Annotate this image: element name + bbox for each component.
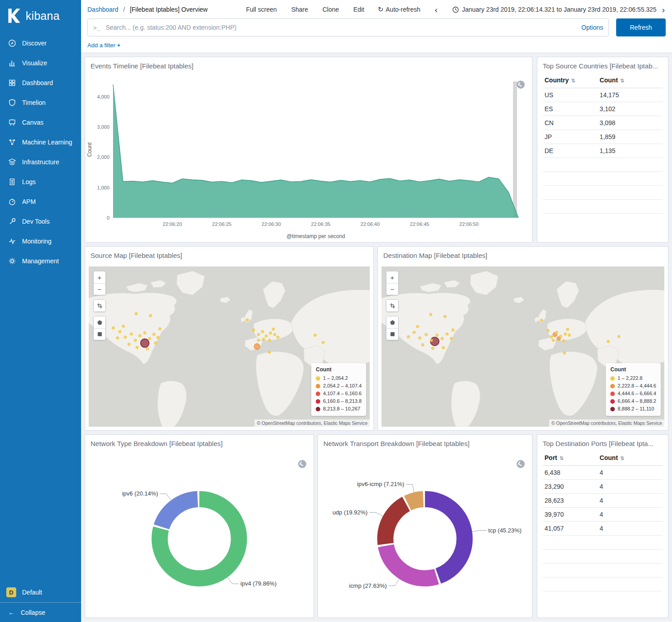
auto-refresh-button[interactable]: Auto-refresh bbox=[378, 5, 421, 14]
menu-item-edit[interactable]: Edit bbox=[354, 6, 364, 13]
time-range-picker[interactable]: January 23rd 2019, 22:06:14.321 to Janua… bbox=[452, 6, 657, 13]
map-point[interactable] bbox=[144, 332, 146, 334]
map-point[interactable] bbox=[413, 331, 415, 334]
map-point[interactable] bbox=[422, 344, 424, 346]
map-point[interactable] bbox=[567, 328, 569, 330]
map-point[interactable] bbox=[444, 316, 446, 318]
sidebar-item-apm[interactable]: APM bbox=[0, 192, 81, 212]
map-point[interactable] bbox=[135, 312, 137, 315]
map-point[interactable] bbox=[149, 338, 151, 340]
menu-item-full-screen[interactable]: Full screen bbox=[246, 6, 277, 13]
map-point[interactable] bbox=[146, 348, 149, 350]
draw-polygon-button[interactable] bbox=[386, 316, 398, 328]
sidebar-item-timelion[interactable]: Timelion bbox=[0, 93, 81, 113]
time-back-button[interactable] bbox=[434, 5, 438, 14]
map-point[interactable] bbox=[431, 347, 434, 349]
collapse-button[interactable]: Collapse bbox=[0, 602, 81, 622]
map-point[interactable] bbox=[257, 334, 259, 336]
map-point[interactable] bbox=[134, 339, 136, 341]
column-header-port[interactable]: Port bbox=[543, 450, 598, 466]
map-point[interactable] bbox=[446, 333, 448, 335]
draw-polygon-button[interactable] bbox=[94, 316, 105, 328]
sort-icon[interactable] bbox=[569, 77, 575, 84]
space-switcher[interactable]: D Default bbox=[0, 582, 81, 602]
map-point[interactable] bbox=[559, 335, 562, 338]
column-header-count[interactable]: Count bbox=[598, 72, 663, 88]
map-point[interactable] bbox=[417, 325, 419, 328]
sidebar-item-management[interactable]: Management bbox=[0, 251, 81, 271]
map-point[interactable] bbox=[563, 352, 566, 354]
map-point[interactable] bbox=[322, 342, 324, 344]
map-point[interactable] bbox=[564, 333, 567, 335]
map-point[interactable] bbox=[618, 335, 620, 338]
map-point[interactable] bbox=[139, 334, 141, 337]
sidebar-item-infrastructure[interactable]: Infrastructure bbox=[0, 152, 81, 172]
map-point[interactable] bbox=[252, 329, 254, 331]
map-point[interactable] bbox=[425, 334, 427, 336]
map-point[interactable] bbox=[419, 337, 421, 339]
map-point[interactable] bbox=[130, 333, 132, 335]
map-point[interactable] bbox=[157, 336, 159, 338]
sort-icon[interactable] bbox=[557, 454, 563, 461]
map-point[interactable] bbox=[246, 319, 249, 321]
sidebar-item-visualize[interactable]: Visualize bbox=[0, 53, 81, 73]
map-point[interactable] bbox=[117, 337, 119, 339]
time-override-icon[interactable] bbox=[517, 81, 525, 89]
map-point[interactable] bbox=[265, 335, 267, 337]
sidebar-item-canvas[interactable]: Canvas bbox=[0, 113, 81, 132]
map-point[interactable] bbox=[540, 319, 543, 321]
map-point[interactable] bbox=[430, 339, 432, 341]
refresh-button[interactable]: Refresh bbox=[616, 18, 666, 36]
time-override-icon[interactable] bbox=[298, 460, 306, 468]
zoom-out-button[interactable]: − bbox=[94, 283, 105, 295]
map-point[interactable] bbox=[269, 332, 272, 334]
map-point[interactable] bbox=[268, 339, 271, 341]
map-point[interactable] bbox=[136, 346, 138, 348]
map-point[interactable] bbox=[268, 351, 270, 353]
sort-icon[interactable] bbox=[618, 454, 624, 461]
map-point[interactable] bbox=[550, 336, 553, 338]
map-point[interactable] bbox=[153, 333, 155, 335]
kibana-logo[interactable]: kibana bbox=[0, 0, 81, 33]
map-point[interactable] bbox=[555, 331, 558, 334]
query-options-link[interactable]: Options bbox=[581, 24, 603, 31]
map-point[interactable] bbox=[261, 330, 263, 333]
map-point[interactable] bbox=[430, 313, 432, 316]
map-point[interactable] bbox=[450, 338, 453, 340]
map-point[interactable] bbox=[150, 315, 152, 317]
map-point[interactable] bbox=[254, 344, 260, 350]
map-point[interactable] bbox=[277, 336, 279, 338]
menu-item-share[interactable]: Share bbox=[291, 6, 308, 13]
search-input[interactable] bbox=[105, 23, 577, 32]
map-point[interactable] bbox=[547, 329, 549, 332]
map-point[interactable] bbox=[141, 339, 149, 347]
sidebar-item-logs[interactable]: Logs bbox=[0, 172, 81, 192]
donut-chart[interactable]: ipv4 (79.86%)ipv6 (20.14%) bbox=[85, 453, 313, 617]
time-override-icon[interactable] bbox=[517, 460, 525, 468]
map-point[interactable] bbox=[112, 327, 114, 329]
map-point[interactable] bbox=[159, 328, 161, 330]
map-point[interactable] bbox=[436, 334, 438, 336]
map-point[interactable] bbox=[272, 328, 274, 330]
fit-data-bounds-button[interactable] bbox=[94, 300, 105, 311]
draw-rectangle-button[interactable] bbox=[94, 328, 105, 340]
column-header-country[interactable]: Country bbox=[543, 72, 598, 88]
map-point[interactable] bbox=[122, 325, 124, 327]
map-point[interactable] bbox=[452, 329, 454, 331]
donut-chart[interactable]: tcp (45.23%)icmp (27.63%)udp (19.92%)ipv… bbox=[318, 453, 532, 617]
zoom-out-button[interactable]: − bbox=[386, 283, 398, 295]
map-point[interactable] bbox=[257, 339, 259, 341]
map-point[interactable] bbox=[563, 340, 565, 342]
map-point[interactable] bbox=[124, 336, 127, 338]
draw-rectangle-button[interactable] bbox=[386, 328, 398, 340]
sort-icon[interactable] bbox=[618, 77, 624, 84]
column-header-count[interactable]: Count bbox=[598, 450, 663, 466]
map-point[interactable] bbox=[128, 343, 130, 345]
sidebar-item-dashboard[interactable]: Dashboard bbox=[0, 73, 81, 93]
destination-map[interactable]: + − bbox=[381, 266, 664, 427]
events-area-chart[interactable]: 01,0002,0003,0004,00022:06:2022:06:2522:… bbox=[85, 77, 532, 243]
sidebar-item-monitoring[interactable]: Monitoring bbox=[0, 231, 81, 251]
map-point[interactable] bbox=[263, 338, 265, 340]
map-point[interactable] bbox=[407, 336, 409, 338]
map-point[interactable] bbox=[552, 339, 554, 341]
